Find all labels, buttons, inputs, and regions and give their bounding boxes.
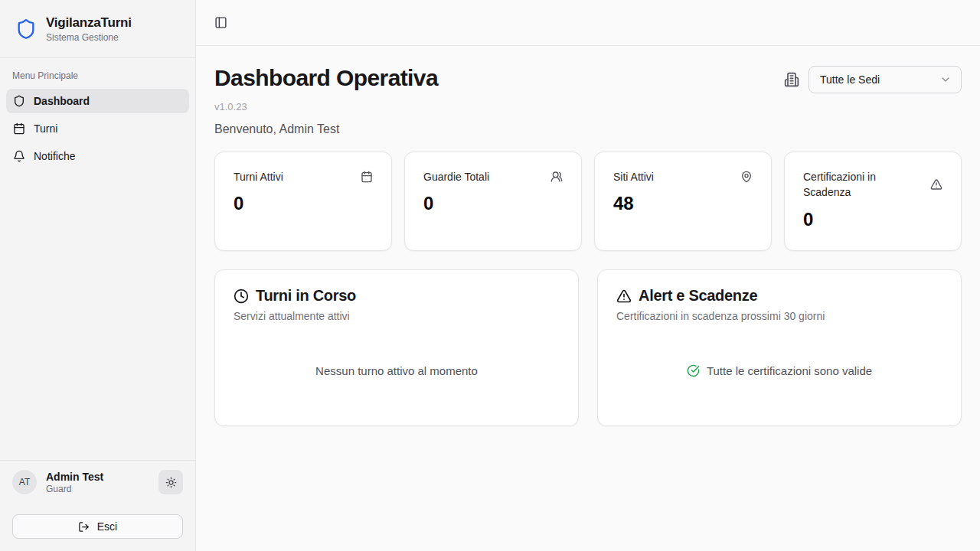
user-name: Admin Test	[46, 471, 149, 483]
stat-label: Siti Attivi	[613, 169, 654, 184]
page-title: Dashboard Operativa	[214, 64, 438, 92]
app-title-block: VigilanzaTurni Sistema Gestione	[46, 15, 132, 43]
welcome-message: Benvenuto, Admin Test	[214, 122, 438, 136]
version-label: v1.0.23	[214, 101, 438, 112]
map-pin-icon	[740, 171, 753, 183]
sidebar-item-notifiche[interactable]: Notifiche	[6, 144, 189, 168]
sidebar-item-turni[interactable]: Turni	[6, 116, 189, 141]
logout-icon	[78, 521, 90, 533]
stat-label: Turni Attivi	[234, 169, 283, 184]
stat-card-siti-attivi: Siti Attivi 48	[594, 152, 772, 251]
site-filter-value: Tutte le Sedi	[820, 73, 880, 86]
chevron-down-icon	[939, 73, 952, 86]
user-row: AT Admin Test Guard	[12, 470, 183, 494]
calendar-icon	[13, 122, 25, 135]
avatar: AT	[12, 470, 37, 494]
users-icon	[550, 171, 563, 183]
stat-card-certificazioni: Certificazioni in Scadenza 0	[784, 152, 962, 251]
stat-value: 0	[423, 193, 563, 214]
sidebar-header: VigilanzaTurni Sistema Gestione	[0, 0, 195, 58]
building-icon	[784, 72, 799, 87]
theme-toggle-button[interactable]	[158, 470, 183, 494]
sidebar-item-label: Dashboard	[34, 95, 90, 107]
sidebar-footer: AT Admin Test Guard Esci	[0, 460, 195, 551]
panel-turni-in-corso: Turni in Corso Servizi attualmente attiv…	[214, 269, 579, 426]
panel-title: Turni in Corso	[256, 287, 356, 305]
sidebar: VigilanzaTurni Sistema Gestione Menu Pri…	[0, 0, 196, 551]
shield-icon	[13, 95, 25, 107]
menu-section-label: Menu Principale	[6, 70, 189, 89]
sun-icon	[165, 477, 177, 488]
status-text: Tutte le certificazioni sono valide	[707, 364, 872, 377]
stat-value: 0	[803, 209, 942, 230]
page-header: Dashboard Operativa v1.0.23 Benvenuto, A…	[214, 64, 962, 136]
user-role: Guard	[46, 484, 149, 494]
site-filter-select[interactable]: Tutte le Sedi	[808, 66, 962, 93]
logout-button[interactable]: Esci	[12, 514, 183, 539]
stat-value: 0	[234, 193, 373, 214]
topbar	[196, 0, 980, 46]
panel-subtitle: Servizi attualmente attivi	[234, 310, 560, 322]
alert-triangle-icon	[930, 178, 942, 191]
clock-icon	[234, 289, 249, 304]
shield-logo-icon	[15, 18, 37, 40]
circle-check-icon	[687, 364, 700, 377]
panel-title: Alert e Scadenze	[639, 287, 757, 305]
panel-subtitle: Certificazioni in scadenza prossimi 30 g…	[616, 310, 942, 322]
stat-label: Certificazioni in Scadenza	[803, 169, 895, 201]
panel-left-icon	[214, 16, 227, 29]
logout-label: Esci	[97, 520, 117, 533]
bell-icon	[13, 150, 25, 162]
main-area: Dashboard Operativa v1.0.23 Benvenuto, A…	[196, 0, 980, 551]
calendar-icon	[361, 171, 373, 183]
page-header-right: Tutte le Sedi	[784, 66, 962, 93]
stat-value: 48	[613, 193, 753, 214]
empty-state-message: Nessun turno attivo al momento	[315, 364, 478, 377]
stat-label: Guardie Totali	[423, 169, 489, 184]
sidebar-item-label: Turni	[34, 122, 57, 135]
sidebar-menu: Menu Principale Dashboard Turni Notifich…	[0, 58, 195, 460]
app-window: VigilanzaTurni Sistema Gestione Menu Pri…	[0, 0, 980, 551]
certifications-valid-message: Tutte le certificazioni sono valide	[687, 364, 872, 377]
stat-card-guardie-totali: Guardie Totali 0	[404, 152, 582, 251]
sidebar-toggle-button[interactable]	[210, 12, 231, 34]
panels-grid: Turni in Corso Servizi attualmente attiv…	[214, 269, 962, 426]
page-header-left: Dashboard Operativa v1.0.23 Benvenuto, A…	[214, 64, 438, 136]
app-title: VigilanzaTurni	[46, 15, 132, 31]
stats-grid: Turni Attivi 0 Guardie Totali 0	[214, 152, 962, 251]
alert-triangle-icon	[616, 289, 632, 304]
app-tagline: Sistema Gestione	[46, 32, 132, 43]
stat-card-turni-attivi: Turni Attivi 0	[214, 152, 392, 251]
sidebar-item-label: Notifiche	[34, 150, 75, 162]
dashboard-content: Dashboard Operativa v1.0.23 Benvenuto, A…	[196, 46, 980, 551]
user-meta: Admin Test Guard	[46, 471, 149, 494]
sidebar-item-dashboard[interactable]: Dashboard	[6, 89, 189, 113]
panel-alert-scadenze: Alert e Scadenze Certificazioni in scade…	[597, 269, 962, 426]
